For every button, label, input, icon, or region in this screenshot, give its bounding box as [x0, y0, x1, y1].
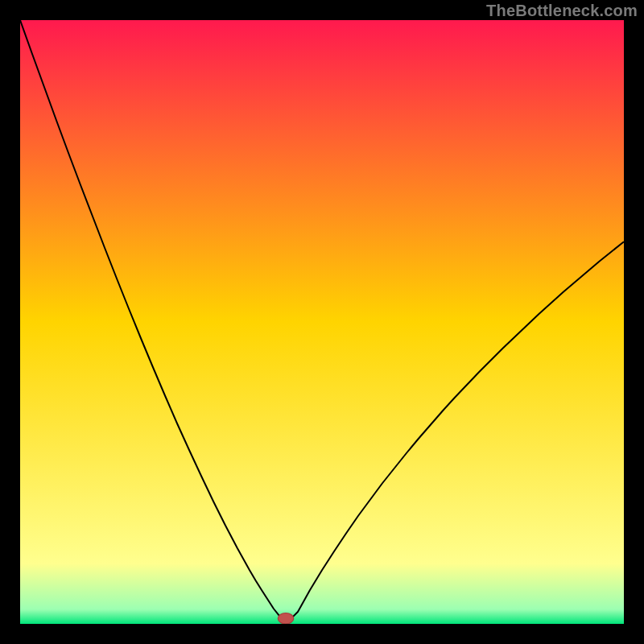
- optimum-marker: [278, 613, 294, 625]
- chart-frame: TheBottleneck.com: [0, 0, 644, 644]
- bottleneck-chart: [20, 20, 624, 624]
- watermark-text: TheBottleneck.com: [486, 2, 638, 20]
- gradient-background: [20, 20, 624, 624]
